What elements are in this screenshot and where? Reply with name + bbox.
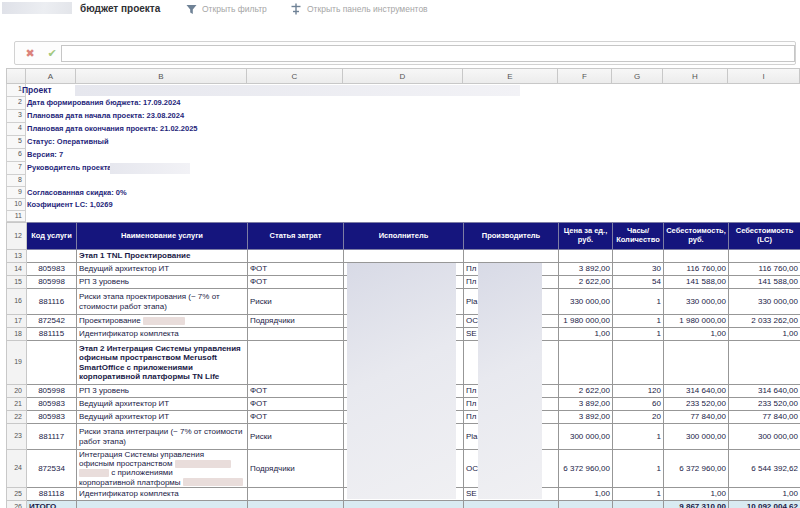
cell[interactable]: 300 000,00	[559, 424, 613, 450]
cell[interactable]: 30	[613, 263, 664, 276]
table-column-header[interactable]: Исполнитель	[344, 223, 464, 250]
cell[interactable]	[559, 341, 613, 385]
table-column-header[interactable]: Себестоимость (LC)	[729, 223, 800, 250]
cell[interactable]	[248, 328, 344, 341]
cell[interactable]: 872542	[27, 315, 77, 328]
cell[interactable]	[613, 250, 664, 263]
cell[interactable]: Ведущий архитектор ИТ	[77, 411, 248, 424]
cell[interactable]: 330 000,00	[559, 289, 613, 315]
row-number[interactable]: 19	[7, 341, 27, 385]
cell[interactable]: 6 544 392,62	[729, 450, 800, 488]
cell[interactable]: Согласованная скидка: 0%	[27, 188, 127, 197]
formula-input[interactable]	[61, 45, 795, 62]
open-filter-button[interactable]: Открыть фильтр	[186, 2, 267, 16]
row-number[interactable]: 13	[7, 250, 27, 263]
total-cost-lc[interactable]: 10 092 004,62	[729, 500, 800, 508]
cell[interactable]: 77 840,00	[729, 411, 800, 424]
row-number[interactable]: 25	[7, 487, 27, 500]
table-column-header[interactable]: Часы/Количество	[613, 223, 664, 250]
row-number[interactable]: 3	[6, 110, 26, 123]
cell[interactable]: Риски этапа интеграции (~ 7% от стоимост…	[77, 424, 248, 450]
cell[interactable]: Этап 1 TNL Проектирование	[77, 250, 248, 263]
column-header-A[interactable]: A	[26, 68, 76, 84]
confirm-icon[interactable]: ✔	[45, 46, 59, 60]
column-header-F[interactable]: F	[558, 68, 612, 84]
cell[interactable]: 233 520,00	[729, 398, 800, 411]
row-number[interactable]: 8	[6, 175, 26, 187]
column-header-D[interactable]: D	[343, 68, 463, 84]
cell[interactable]	[729, 250, 800, 263]
row-number[interactable]: 7	[6, 162, 26, 175]
cell[interactable]: Проектирование	[77, 315, 248, 328]
cell[interactable]	[27, 250, 77, 263]
cell[interactable]: 60	[613, 398, 664, 411]
cell[interactable]: РП 3 уровень	[77, 276, 248, 289]
cell[interactable]: 1,00	[729, 328, 800, 341]
cell[interactable]: 1,00	[559, 487, 613, 500]
cell[interactable]: 805998	[27, 276, 77, 289]
cell[interactable]: Интеграция Системы управленияофисным про…	[77, 450, 248, 488]
cell[interactable]: ФОТ	[248, 398, 344, 411]
cell[interactable]: 1	[613, 424, 664, 450]
column-header-E[interactable]: E	[463, 68, 558, 84]
cell[interactable]: 20	[613, 411, 664, 424]
cell[interactable]: 805983	[27, 398, 77, 411]
cell[interactable]: 314 640,00	[664, 385, 729, 398]
cell[interactable]: 872534	[27, 450, 77, 488]
cell[interactable]: 2 622,00	[559, 385, 613, 398]
cell[interactable]	[248, 250, 344, 263]
cell[interactable]: 141 588,00	[664, 276, 729, 289]
total-cost[interactable]: 9 867 310,00	[664, 500, 729, 508]
row-number[interactable]: 17	[7, 315, 27, 328]
row-number[interactable]: 12	[7, 223, 27, 250]
open-tools-panel-button[interactable]: Открыть панель инструментов	[290, 2, 428, 16]
cell[interactable]: Статус: Оперативный	[27, 137, 109, 146]
cell[interactable]: ФОТ	[248, 276, 344, 289]
table-column-header[interactable]: Цена за ед., руб.	[559, 223, 613, 250]
cell[interactable]: 881116	[27, 289, 77, 315]
column-header-H[interactable]: H	[663, 68, 728, 84]
cell[interactable]: 54	[613, 276, 664, 289]
cell[interactable]	[613, 341, 664, 385]
cell[interactable]	[248, 341, 344, 385]
cell[interactable]	[464, 500, 559, 508]
cell[interactable]: Версия: 7	[27, 150, 63, 159]
cell[interactable]: РП 3 уровень	[77, 385, 248, 398]
cell[interactable]	[344, 500, 464, 508]
cell[interactable]: 1,00	[664, 487, 729, 500]
cell[interactable]: 3 892,00	[559, 411, 613, 424]
cell[interactable]: 1	[613, 289, 664, 315]
total-label[interactable]: ИТОГО	[27, 500, 77, 508]
cell[interactable]: 1	[613, 315, 664, 328]
cell[interactable]	[27, 341, 77, 385]
cell[interactable]: ФОТ	[248, 263, 344, 276]
cell[interactable]: Риски	[248, 424, 344, 450]
cell[interactable]: Дата формирования бюджета: 17.09.2024	[27, 98, 181, 107]
cell[interactable]	[729, 341, 800, 385]
row-number[interactable]: 2	[6, 97, 26, 110]
cell[interactable]: 1	[613, 450, 664, 488]
cell[interactable]: 3 892,00	[559, 263, 613, 276]
cell[interactable]: Идентификатор комплекта	[77, 328, 248, 341]
cell[interactable]: 1	[613, 487, 664, 500]
row-number[interactable]: 26	[7, 500, 27, 508]
cell[interactable]	[613, 500, 664, 508]
column-header-B[interactable]: B	[76, 68, 247, 84]
cell[interactable]: 233 520,00	[664, 398, 729, 411]
row-number[interactable]: 14	[7, 263, 27, 276]
cell[interactable]: 1 980 000,00	[559, 315, 613, 328]
row-number[interactable]: 22	[7, 411, 27, 424]
cancel-icon[interactable]: ✖	[23, 46, 37, 60]
row-number[interactable]: 23	[7, 424, 27, 450]
cell[interactable]: Проект	[22, 85, 52, 95]
cell[interactable]: 805983	[27, 411, 77, 424]
row-number[interactable]: 24	[7, 450, 27, 488]
cell[interactable]: 1,00	[664, 328, 729, 341]
column-header-I[interactable]: I	[728, 68, 800, 84]
row-number[interactable]: 4	[6, 123, 26, 136]
cell[interactable]: 300 000,00	[664, 424, 729, 450]
cell[interactable]	[464, 250, 559, 263]
cell[interactable]: 300 000,00	[729, 424, 800, 450]
cell[interactable]: 77 840,00	[664, 411, 729, 424]
row-number[interactable]: 20	[7, 385, 27, 398]
